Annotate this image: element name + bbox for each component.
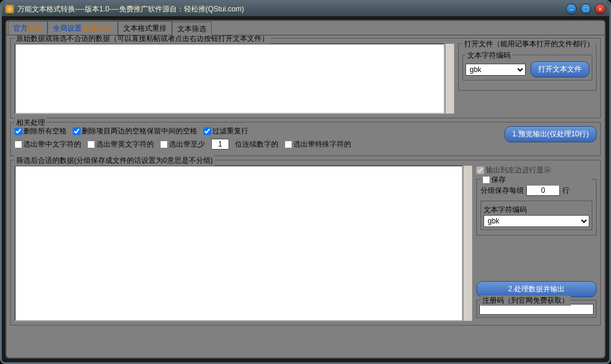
chk-delete-side-spaces[interactable]: 删除项目两边的空格保留中间的空格 [73, 126, 197, 136]
enc-legend-save: 文本字符编码 [484, 205, 527, 214]
tab-format-rearrange[interactable]: 文本格式重排 [118, 21, 172, 35]
close-button[interactable]: × [595, 4, 606, 14]
chk-output-left[interactable]: 输出到左边进行显示 [476, 165, 597, 175]
group-result-data: 筛选后合适的数据(分组保存成文件的话设置为0意思是不分组) 输出到左边进行显示 … [10, 160, 601, 326]
encoding-select-save[interactable]: gbk [484, 215, 589, 227]
related-legend: 相关处理 [14, 118, 47, 128]
minimize-button[interactable]: – [566, 4, 577, 14]
raw-scrollbar[interactable] [445, 43, 455, 114]
min-digits-input[interactable] [211, 139, 229, 150]
open-legend: 打开文件（能用记事本打开的文件都行） [462, 39, 596, 49]
group-save-file: 保存成文本文件 保存 分组保存每组 行 文本字符编码 [476, 179, 597, 235]
group-related-processing: 相关处理 删除所有空格 删除项目两边的空格保留中间的空格 过滤重复行 选出带中文… [10, 122, 601, 156]
maximize-button[interactable]: □ [580, 4, 591, 14]
tab-content: 原始数据或筛选不合适的数据（可以直接粘帖或者点击右边按钮打开文本文件） 打开文件… [7, 35, 604, 357]
encoding-select-open[interactable]: gbk [465, 64, 526, 76]
content-frame: 官方网站 全局设置/使用说明 文本格式重排 文本筛选 原始数据或筛选不合适的数据… [5, 20, 606, 359]
open-file-button[interactable]: 打开文本文件 [530, 61, 589, 77]
titlebar: 万能文本格式转换----版本1.0----免费推广软件源自：轻松推(QStui.… [2, 2, 609, 16]
tab-global-settings[interactable]: 全局设置/使用说明 [48, 21, 118, 35]
tab-bar: 官方网站 全局设置/使用说明 文本格式重排 文本筛选 [7, 21, 604, 35]
chk-has-english[interactable]: 选出带英文字符的 [87, 139, 154, 150]
chk-filter-duplicates[interactable]: 过滤重复行 [203, 126, 248, 136]
process-button[interactable]: 2.处理数据并输出 [476, 281, 597, 297]
group-encoding-save: 文本字符编码 gbk [481, 201, 592, 230]
chk-save[interactable]: 保存 [482, 175, 506, 185]
group-open-file: 打开文件（能用记事本打开的文件都行） 文本字符编码 gbk 打开文本文件 [458, 43, 597, 91]
tab-text-filter[interactable]: 文本筛选 [172, 22, 212, 35]
tab-official-site[interactable]: 官方网站 [8, 21, 48, 35]
digits-suffix: 位连续数字的 [235, 139, 278, 150]
result-legend: 筛选后合适的数据(分组保存成文件的话设置为0意思是不分组) [14, 156, 215, 166]
chk-min-digits[interactable]: 选出带至少 [160, 139, 205, 150]
raw-legend: 原始数据或筛选不合适的数据（可以直接粘帖或者点击右边按钮打开文本文件） [14, 35, 271, 44]
group-save-suffix: 行 [562, 186, 570, 196]
enc-legend-open: 文本字符编码 [465, 50, 512, 61]
save-chk-legend: 保存 [481, 175, 591, 186]
group-save-prefix: 分组保存每组 [481, 186, 524, 196]
app-icon [5, 5, 14, 13]
group-register: 注册码（到官网免费获取） [476, 300, 597, 318]
group-save-count[interactable] [526, 185, 560, 196]
chk-has-chinese[interactable]: 选出带中文字符的 [14, 139, 81, 150]
window-frame: 万能文本格式转换----版本1.0----免费推广软件源自：轻松推(QStui.… [0, 0, 611, 364]
chk-has-special[interactable]: 选出带特殊字符的 [284, 139, 351, 150]
reg-legend: 注册码（到官网免费获取） [481, 296, 571, 306]
preview-button[interactable]: 1.预览输出(仅处理10行) [505, 126, 597, 142]
raw-textarea[interactable] [14, 43, 445, 114]
group-encoding-open: 文本字符编码 gbk 打开文本文件 [462, 55, 592, 80]
window-title: 万能文本格式转换----版本1.0----免费推广软件源自：轻松推(QStui.… [17, 4, 566, 14]
result-scrollbar[interactable] [463, 165, 473, 321]
result-textarea[interactable] [14, 165, 463, 321]
group-raw-data: 原始数据或筛选不合适的数据（可以直接粘帖或者点击右边按钮打开文本文件） 打开文件… [10, 38, 601, 118]
